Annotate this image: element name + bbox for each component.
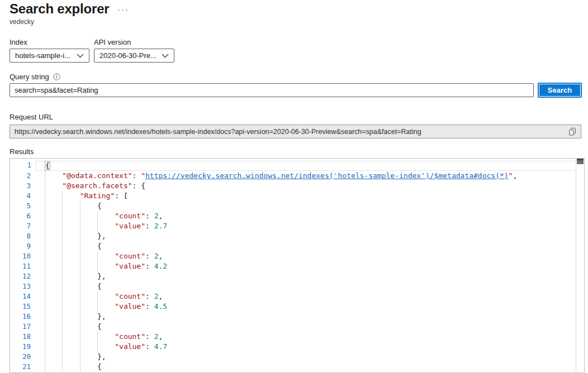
query-string-input[interactable] — [10, 83, 534, 97]
code-line: 6 "count": 2, — [36, 211, 584, 221]
indent-guide — [62, 362, 63, 372]
indent-guide — [62, 261, 63, 271]
indent-guide — [45, 241, 45, 251]
indent-guide — [97, 261, 98, 271]
code-line-text: { — [36, 161, 584, 170]
code-line: 16 }, — [36, 312, 584, 322]
resource-name: vedecky — [10, 18, 34, 26]
line-number: 17 — [10, 322, 31, 332]
line-number: 14 — [10, 291, 31, 302]
code-line: 10 "count": 2, — [36, 251, 584, 261]
line-number: 16 — [10, 312, 31, 322]
indent-guide — [80, 332, 80, 342]
line-number: 8 — [10, 231, 31, 241]
code-line-text: "count": 2, — [36, 251, 584, 261]
line-number: 3 — [10, 181, 31, 191]
indent-guide — [62, 352, 63, 362]
indent-guide — [45, 352, 45, 362]
indent-guide — [80, 251, 80, 261]
indent-guide — [97, 342, 98, 352]
code-lines: 1{2 "@odata.context": "https://vedecky.s… — [10, 161, 584, 372]
line-number: 18 — [10, 332, 31, 342]
indent-guide — [80, 211, 80, 221]
indent-guide — [45, 221, 45, 231]
code-line: 18 "count": 2, — [36, 332, 584, 342]
code-line: 9 { — [36, 241, 584, 251]
indent-guide — [80, 302, 80, 312]
copy-icon[interactable] — [566, 126, 578, 137]
code-line-text: { — [36, 281, 584, 291]
indent-guide — [97, 221, 98, 231]
indent-guide — [62, 191, 63, 201]
indent-guide — [45, 322, 45, 332]
code-line-text: "count": 2, — [36, 291, 584, 302]
indent-guide — [97, 251, 98, 261]
index-dropdown[interactable]: hotels-sample-i... — [10, 49, 89, 63]
request-url-field[interactable]: https://vedecky.search.windows.net/index… — [10, 125, 581, 138]
code-line-text: "value": 4.2 — [36, 261, 584, 271]
indent-guide — [97, 302, 98, 312]
indent-guide — [62, 211, 63, 221]
code-line: 1{ — [36, 161, 584, 171]
code-line: 7 "value": 2.7 — [36, 221, 584, 231]
indent-guide — [62, 241, 63, 251]
indent-guide — [62, 291, 63, 302]
indent-guide — [45, 171, 45, 181]
page-title: Search explorer — [10, 0, 109, 18]
indent-guide — [62, 322, 63, 332]
request-url-value: https://vedecky.search.windows.net/index… — [15, 128, 566, 136]
indent-guide — [80, 362, 80, 372]
indent-guide — [45, 271, 45, 281]
code-line-text: "value": 4.7 — [36, 342, 584, 352]
line-number: 12 — [10, 271, 31, 281]
chevron-down-icon — [162, 54, 169, 58]
results-json-editor[interactable]: 1{2 "@odata.context": "https://vedecky.s… — [10, 158, 585, 373]
line-number: 6 — [10, 211, 31, 221]
search-explorer-page: Search explorer ··· vedecky Index API ve… — [0, 0, 588, 373]
indent-guide — [80, 312, 80, 322]
indent-guide — [45, 281, 45, 291]
code-line-text: "value": 4.5 — [36, 302, 584, 312]
indent-guide — [45, 231, 45, 241]
code-line-text: { — [36, 362, 584, 372]
indent-guide — [80, 201, 80, 211]
indent-guide — [97, 211, 98, 221]
indent-guide — [45, 312, 45, 322]
code-line-text: { — [36, 322, 584, 332]
api-version-dropdown[interactable]: 2020-06-30-Pre... — [94, 49, 174, 63]
code-line: 12 }, — [36, 271, 584, 281]
code-line-text: "@odata.context": "https://vedecky.searc… — [36, 171, 584, 181]
context-menu-button[interactable]: ··· — [115, 3, 131, 15]
search-button[interactable]: Search — [538, 83, 582, 98]
indent-guide — [80, 261, 80, 271]
indent-guide — [45, 181, 45, 191]
code-line: 17 { — [36, 322, 584, 332]
code-line-text: "value": 2.7 — [36, 221, 584, 231]
indent-guide — [62, 271, 63, 281]
indent-guide — [45, 342, 45, 352]
line-number: 10 — [10, 251, 31, 261]
indent-guide — [80, 241, 80, 251]
indent-guide — [62, 302, 63, 312]
indent-guide — [62, 342, 63, 352]
code-line: 21 { — [36, 362, 584, 372]
line-number: 21 — [10, 362, 31, 372]
indent-guide — [80, 271, 80, 281]
line-number: 5 — [10, 201, 31, 211]
indent-guide — [45, 191, 45, 201]
indent-guide — [45, 201, 45, 211]
info-icon[interactable] — [53, 73, 60, 80]
chevron-down-icon — [77, 54, 84, 58]
line-number: 20 — [10, 352, 31, 362]
api-version-label: API version — [94, 38, 131, 46]
code-line-text: }, — [36, 352, 584, 362]
line-number: 7 — [10, 221, 31, 231]
editor-vertical-scrollbar[interactable] — [576, 159, 584, 372]
code-line: 19 "value": 4.7 — [36, 342, 584, 352]
query-string-label-row: Query string — [10, 73, 60, 81]
results-label: Results — [10, 147, 34, 156]
code-line: 3 "@search.facets": { — [36, 181, 584, 191]
code-line-text: "Rating": [ — [36, 191, 584, 201]
line-number: 2 — [10, 171, 31, 181]
scrollbar-thumb[interactable] — [577, 159, 584, 164]
